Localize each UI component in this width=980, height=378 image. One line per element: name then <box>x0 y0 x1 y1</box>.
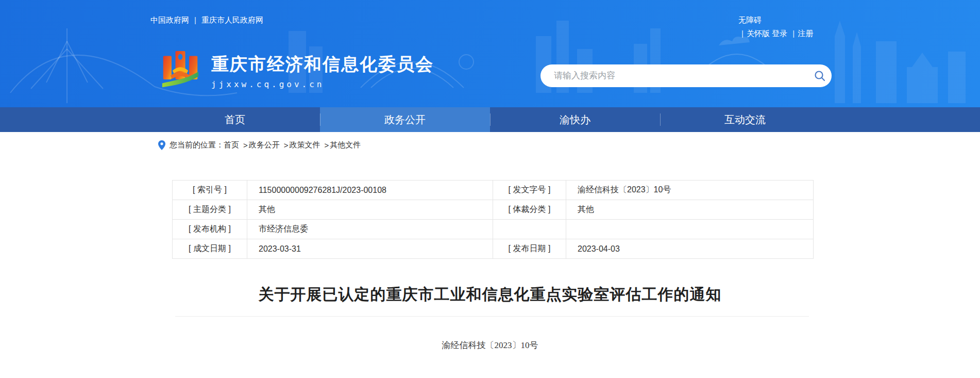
top-gov-links: 中国政府网|重庆市人民政府网 <box>150 15 263 25</box>
link-chongqing-gov[interactable]: 重庆市人民政府网 <box>201 15 263 24</box>
breadcrumb-separator: > <box>284 141 289 150</box>
meta-label-publish-date: [ 发布日期 ] <box>493 239 566 259</box>
breadcrumb-item-disclosure[interactable]: 政务公开 <box>249 140 280 150</box>
search-input[interactable] <box>540 71 808 81</box>
login-link[interactable]: 登录 <box>772 29 787 38</box>
breadcrumb: 您当前的位置： 首页 > 政务公开 > 政策文件 > 其他文件 <box>158 140 361 150</box>
link-china-gov[interactable]: 中国政府网 <box>150 15 189 24</box>
site-title-block: 重庆市经济和信息化委员会 jjxxw.cq.gov.cn <box>211 48 434 91</box>
site-domain: jjxxw.cq.gov.cn <box>211 79 434 89</box>
register-link[interactable]: 注册 <box>798 29 813 38</box>
table-row: [ 主题分类 ] 其他 [ 体裁分类 ] 其他 <box>173 200 814 220</box>
agency-emblem-icon <box>161 48 200 91</box>
meta-label-empty <box>493 220 566 239</box>
meta-label-genre-category: [ 体裁分类 ] <box>493 200 566 220</box>
search-button[interactable] <box>808 64 832 87</box>
meta-value-doc-symbol: 渝经信科技〔2023〕10号 <box>566 180 814 200</box>
location-pin-icon <box>158 140 165 150</box>
meta-value-issuing-agency: 市经济信息委 <box>247 220 493 239</box>
page: 中国政府网|重庆市人民政府网 无障碍 |关怀版 登录 |注册 <box>0 0 980 378</box>
link-divider: | <box>792 29 795 38</box>
meta-label-index-number: [ 索引号 ] <box>173 180 247 200</box>
site-logo[interactable]: 重庆市经济和信息化委员会 jjxxw.cq.gov.cn <box>161 48 434 91</box>
main-navigation: 首页 政务公开 渝快办 互动交流 <box>0 107 980 132</box>
breadcrumb-item-other-files[interactable]: 其他文件 <box>330 140 361 150</box>
table-row: [ 发布机构 ] 市经济信息委 <box>173 220 814 239</box>
breadcrumb-item-home[interactable]: 首页 <box>224 140 239 150</box>
main-content: 您当前的位置： 首页 > 政务公开 > 政策文件 > 其他文件 [ 索引号 ] … <box>0 132 980 378</box>
search-bar <box>540 64 832 87</box>
title-divider <box>175 316 809 317</box>
document-number: 渝经信科技〔2023〕10号 <box>150 339 830 351</box>
document-title: 关于开展已认定的重庆市工业和信息化重点实验室评估工作的通知 <box>150 284 830 305</box>
meta-label-written-date: [ 成文日期 ] <box>173 239 247 259</box>
meta-value-publish-date: 2023-04-03 <box>566 239 814 259</box>
table-row: [ 成文日期 ] 2023-03-31 [ 发布日期 ] 2023-04-03 <box>173 239 814 259</box>
care-version-link[interactable]: 关怀版 <box>747 29 770 38</box>
nav-item-government-disclosure[interactable]: 政务公开 <box>320 107 490 132</box>
search-icon <box>814 70 826 82</box>
top-utility-links: 无障碍 |关怀版 登录 |注册 <box>738 13 830 40</box>
link-divider: | <box>741 29 744 38</box>
nav-item-yukuaiban[interactable]: 渝快办 <box>490 107 660 132</box>
site-header: 中国政府网|重庆市人民政府网 无障碍 |关怀版 登录 |注册 <box>0 0 980 107</box>
meta-value-written-date: 2023-03-31 <box>247 239 493 259</box>
link-divider: | <box>194 15 196 24</box>
meta-value-index-number: 11500000009276281J/2023-00108 <box>247 180 493 200</box>
meta-label-subject-category: [ 主题分类 ] <box>173 200 247 220</box>
meta-value-empty <box>566 220 814 239</box>
accessibility-link[interactable]: 无障碍 <box>738 15 762 24</box>
breadcrumb-item-policy-files[interactable]: 政策文件 <box>290 140 320 150</box>
breadcrumb-label: 您当前的位置： <box>170 140 224 150</box>
meta-value-subject-category: 其他 <box>247 200 493 220</box>
meta-value-genre-category: 其他 <box>566 200 814 220</box>
breadcrumb-separator: > <box>325 141 329 150</box>
nav-item-interaction[interactable]: 互动交流 <box>660 107 830 132</box>
breadcrumb-separator: > <box>243 141 248 150</box>
meta-label-doc-symbol: [ 发文字号 ] <box>493 180 566 200</box>
table-row: [ 索引号 ] 11500000009276281J/2023-00108 [ … <box>173 180 814 200</box>
site-name: 重庆市经济和信息化委员会 <box>211 55 434 73</box>
document-meta-table: [ 索引号 ] 11500000009276281J/2023-00108 [ … <box>172 180 814 259</box>
meta-label-issuing-agency: [ 发布机构 ] <box>173 220 247 239</box>
nav-item-home[interactable]: 首页 <box>150 107 320 132</box>
